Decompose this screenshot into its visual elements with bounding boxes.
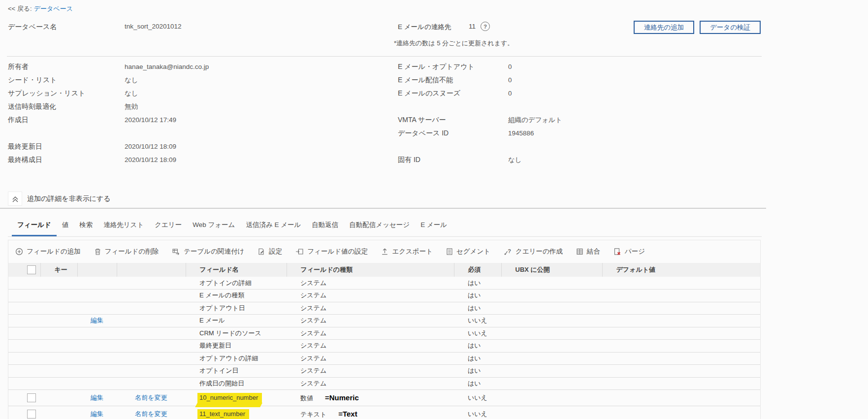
key-cell [40, 406, 77, 419]
toolbar-フィールド値の設定[interactable]: フィールド値の設定 [295, 247, 368, 256]
toolbar-label: 設定 [269, 247, 282, 256]
column-header-required: 必須 [454, 263, 501, 277]
required-cell: はい [454, 290, 501, 302]
field-name-cell: オプトインの詳細 [186, 277, 287, 290]
detail-value: 0 [508, 90, 512, 97]
field-type-cell: システム [287, 277, 454, 290]
detail-label: E メールのスヌーズ [398, 89, 508, 98]
fields-table: キーフィールド名フィールドの種類必須UBX に公開デフォルト値 オプトインの詳細… [8, 263, 760, 419]
edit-cell [77, 365, 117, 378]
row-checkbox[interactable] [27, 410, 36, 419]
svg-text:?: ? [508, 248, 511, 254]
row-select-cell [8, 277, 40, 290]
edit-link[interactable]: 編集 [91, 317, 103, 324]
toolbar-エクスポート[interactable]: エクスポート [381, 247, 433, 256]
toolbar-label: エクスポート [392, 247, 433, 256]
tab-検索[interactable]: 検索 [74, 215, 98, 236]
row-select-cell [8, 406, 40, 419]
question-circle-icon[interactable]: ? [481, 22, 490, 31]
default-value-cell [602, 406, 760, 419]
add-contacts-button[interactable]: 連絡先の追加 [634, 21, 694, 34]
key-cell [40, 365, 77, 378]
edit-cell [77, 377, 117, 390]
collapse-details-label: 追加の詳細を非表示にする [27, 194, 111, 203]
key-cell [40, 352, 77, 365]
row-checkbox[interactable] [27, 393, 36, 402]
edit-link[interactable]: 編集 [91, 394, 103, 401]
back-link-databases[interactable]: データベース [34, 5, 73, 12]
detail-row: E メールのスヌーズ0 [398, 87, 742, 100]
edit-link[interactable]: 編集 [91, 410, 103, 418]
edit-cell: 編集 [77, 390, 117, 406]
rename-link[interactable]: 名前を変更 [135, 410, 167, 418]
toolbar-結合[interactable]: 結合 [576, 247, 600, 256]
detail-spacer [398, 100, 742, 113]
tab-フィールド[interactable]: フィールド [12, 215, 57, 236]
toolbar-フィールドの削除[interactable]: フィールドの削除 [94, 247, 159, 256]
rename-cell [117, 302, 186, 315]
export-icon [381, 248, 388, 256]
detail-value: 無効 [125, 102, 138, 111]
field-type-cell: システム [287, 365, 454, 378]
detail-row: VMTA サーバー組織のデフォルト [398, 113, 742, 127]
tab-自動返信[interactable]: 自動返信 [306, 215, 344, 236]
required-cell: はい [454, 340, 501, 353]
edit-cell [77, 290, 117, 302]
detail-row: 最終更新日2020/10/12 18:09 [8, 140, 362, 153]
toolbar-パージ[interactable]: パージ [613, 247, 645, 256]
field-name-cell: オプトイン日 [186, 365, 287, 378]
database-name-value: tnk_sort_20201012 [125, 23, 182, 30]
key-cell [40, 302, 77, 315]
default-value-cell [602, 290, 760, 302]
rename-link[interactable]: 名前を変更 [135, 394, 167, 401]
ubx-cell [501, 315, 602, 327]
default-value-cell [602, 365, 760, 378]
column-header-type: フィールドの種類 [287, 263, 454, 277]
toolbar-label: セグメント [456, 247, 490, 256]
validate-data-button[interactable]: データの検証 [700, 21, 761, 34]
toolbar-label: フィールド値の設定 [307, 247, 368, 256]
tab-送信済み E メール[interactable]: 送信済み E メール [240, 215, 306, 236]
toolbar-テーブルの関連付け[interactable]: テーブルの関連付け [172, 247, 244, 256]
select-all-checkbox[interactable] [27, 265, 36, 274]
tab-クエリー[interactable]: クエリー [149, 215, 187, 236]
field-type-cell: システム [287, 377, 454, 390]
tab-E メール[interactable]: E メール [415, 215, 452, 236]
detail-label: 固有 ID [398, 156, 508, 164]
rename-cell [117, 340, 186, 353]
email-contacts-count: 11 [469, 23, 476, 30]
toolbar-label: フィールドの削除 [105, 247, 159, 256]
database-detail-page: << 戻る:データベース データベース名 tnk_sort_20201012 E… [0, 0, 868, 419]
details-left-column: 所有者hanae_tanaka@niandc.co.jpシード・リストなしサプレ… [8, 60, 362, 166]
row-select-cell [8, 302, 40, 315]
rename-cell [117, 290, 186, 302]
tab-連絡先リスト[interactable]: 連絡先リスト [98, 215, 149, 236]
collapse-details-button[interactable]: 追加の詳細を非表示にする [8, 192, 111, 206]
field-name-cell: 10_numeric_number [186, 390, 287, 406]
detail-value: 2020/10/12 18:09 [125, 156, 176, 163]
edit-cell [77, 277, 117, 290]
ubx-cell [501, 302, 602, 315]
tab-値[interactable]: 値 [57, 215, 74, 236]
rename-cell: 名前を変更 [117, 390, 186, 406]
field-name-cell: 11_text_number [186, 406, 287, 419]
detail-row: E メール・オプトアウト0 [398, 60, 742, 73]
table-header-row: キーフィールド名フィールドの種類必須UBX に公開デフォルト値 [8, 263, 760, 277]
tab-Web フォーム[interactable]: Web フォーム [187, 215, 240, 236]
ubx-cell [501, 352, 602, 365]
toolbar-クエリーの作成[interactable]: ?クエリーの作成 [504, 247, 563, 256]
table-row: 編集名前を変更10_numeric_number数値=Numericいいえ [8, 390, 760, 406]
rename-cell [117, 315, 186, 327]
ubx-cell [501, 390, 602, 406]
toolbar-設定[interactable]: 設定 [257, 247, 282, 256]
detail-label: サプレッション・リスト [8, 89, 125, 98]
row-select-cell [8, 290, 40, 302]
toolbar-label: クエリーの作成 [515, 247, 563, 256]
annotation-text: =Text [338, 410, 357, 418]
field-type-cell: システム [287, 290, 454, 302]
database-tabs: フィールド値検索連絡先リストクエリーWeb フォーム送信済み E メール自動返信… [8, 215, 762, 237]
tab-自動配信メッセージ[interactable]: 自動配信メッセージ [344, 215, 415, 236]
toolbar-セグメント[interactable]: セグメント [446, 247, 490, 256]
toolbar-フィールドの追加[interactable]: フィールドの追加 [15, 247, 81, 256]
edit-cell: 編集 [77, 315, 117, 327]
